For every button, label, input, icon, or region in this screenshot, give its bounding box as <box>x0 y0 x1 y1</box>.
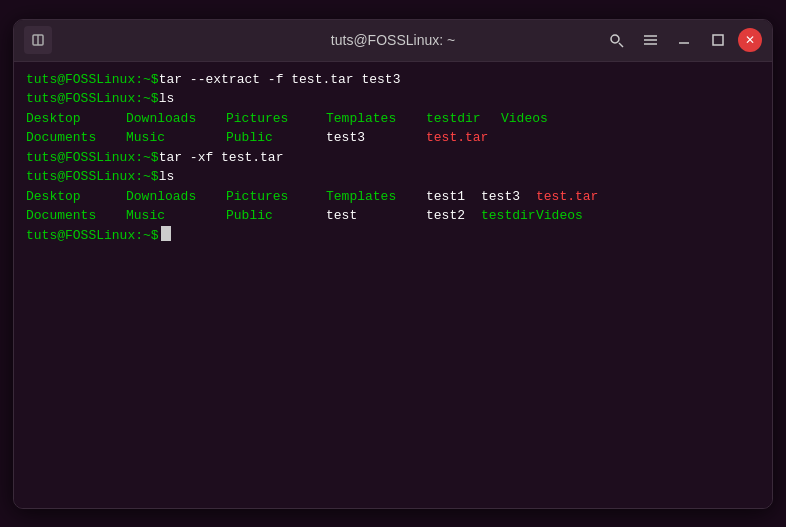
svg-line-3 <box>619 43 623 47</box>
window-title: tuts@FOSSLinux: ~ <box>331 32 455 48</box>
ls-output-row: Desktop Downloads Pictures Templates tes… <box>26 187 760 207</box>
prompt: tuts@FOSSLinux:~$ <box>26 148 159 168</box>
prompt: tuts@FOSSLinux:~$ <box>26 89 159 109</box>
ls-output-row: Documents Music Public test3 test.tar <box>26 128 760 148</box>
svg-point-2 <box>611 35 619 43</box>
ls-item: Templates <box>326 187 426 207</box>
titlebar-controls: ✕ <box>602 26 762 54</box>
ls-item: testdir <box>426 109 501 129</box>
ls-item: Public <box>226 206 326 226</box>
ls-item: Pictures <box>226 187 326 207</box>
terminal-line: tuts@FOSSLinux:~$ tar -xf test.tar <box>26 148 760 168</box>
titlebar: tuts@FOSSLinux: ~ <box>14 20 772 62</box>
ls-item: Music <box>126 128 226 148</box>
ls-item: Templates <box>326 109 426 129</box>
terminal-body[interactable]: tuts@FOSSLinux:~$ tar --extract -f test.… <box>14 62 772 508</box>
ls-item: test1 <box>426 187 481 207</box>
terminal-line: tuts@FOSSLinux:~$ <box>26 226 760 246</box>
ls-item: Documents <box>26 128 126 148</box>
menu-button[interactable] <box>636 26 664 54</box>
prompt: tuts@FOSSLinux:~$ <box>26 70 159 90</box>
prompt: tuts@FOSSLinux:~$ <box>26 226 159 246</box>
ls-item: Desktop <box>26 109 126 129</box>
command-text: ls <box>159 167 175 187</box>
command-text: ls <box>159 89 175 109</box>
ls-output-row: Documents Music Public test test2 testdi… <box>26 206 760 226</box>
maximize-button[interactable] <box>704 26 732 54</box>
search-button[interactable] <box>602 26 630 54</box>
close-button[interactable]: ✕ <box>738 28 762 52</box>
ls-item: Downloads <box>126 109 226 129</box>
ls-item-red: test.tar <box>536 187 606 207</box>
terminal-window: tuts@FOSSLinux: ~ <box>13 19 773 509</box>
ls-item: test <box>326 206 426 226</box>
ls-item: Desktop <box>26 187 126 207</box>
ls-item: Videos <box>536 206 606 226</box>
command-text: tar -xf test.tar <box>159 148 284 168</box>
terminal-line: tuts@FOSSLinux:~$ ls <box>26 89 760 109</box>
svg-rect-8 <box>713 35 723 45</box>
command-text: tar --extract -f test.tar test3 <box>159 70 401 90</box>
ls-item-red: test.tar <box>426 128 501 148</box>
pin-button[interactable] <box>24 26 52 54</box>
ls-item: Music <box>126 206 226 226</box>
terminal-line: tuts@FOSSLinux:~$ tar --extract -f test.… <box>26 70 760 90</box>
ls-item: Documents <box>26 206 126 226</box>
ls-item: testdir <box>481 206 536 226</box>
cursor <box>161 226 171 241</box>
titlebar-left <box>24 26 52 54</box>
ls-output-row: Desktop Downloads Pictures Templates tes… <box>26 109 760 129</box>
ls-item: test2 <box>426 206 481 226</box>
ls-item: Pictures <box>226 109 326 129</box>
ls-item: Videos <box>501 109 571 129</box>
ls-item: test3 <box>326 128 426 148</box>
ls-item: Public <box>226 128 326 148</box>
ls-item: test3 <box>481 187 536 207</box>
prompt: tuts@FOSSLinux:~$ <box>26 167 159 187</box>
ls-item: Downloads <box>126 187 226 207</box>
minimize-button[interactable] <box>670 26 698 54</box>
terminal-line: tuts@FOSSLinux:~$ ls <box>26 167 760 187</box>
